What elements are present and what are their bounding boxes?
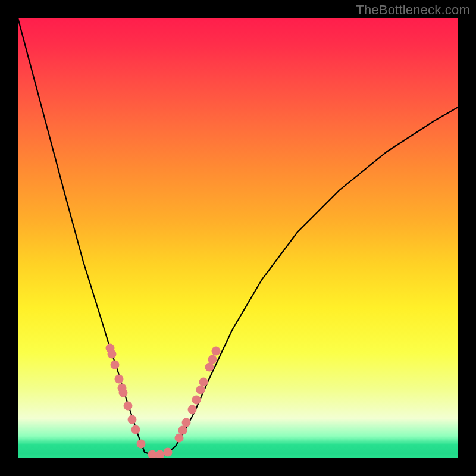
v-curve xyxy=(18,18,458,455)
curve-layer xyxy=(18,18,458,458)
marker-dot xyxy=(182,418,191,427)
marker-dot xyxy=(212,347,221,356)
marker-dot xyxy=(131,425,140,434)
marker-dot xyxy=(124,402,133,411)
marker-dot xyxy=(115,375,124,384)
chart-container: TheBottleneck.com xyxy=(0,0,476,476)
marker-dot xyxy=(137,440,146,449)
marker-dot xyxy=(164,448,173,457)
marker-cluster-left xyxy=(106,344,173,459)
marker-dot xyxy=(128,415,137,424)
plot-area xyxy=(18,18,458,458)
marker-dot xyxy=(108,350,117,359)
marker-dot xyxy=(192,396,201,405)
marker-dot xyxy=(148,450,157,459)
marker-cluster-right xyxy=(175,347,221,443)
marker-dot xyxy=(199,378,208,387)
marker-dot xyxy=(188,405,197,414)
marker-dot xyxy=(178,426,187,435)
watermark-text: TheBottleneck.com xyxy=(356,2,470,18)
marker-dot xyxy=(196,386,205,394)
marker-dot xyxy=(156,450,165,459)
marker-dot xyxy=(205,363,214,372)
marker-dot xyxy=(175,434,184,443)
marker-dot xyxy=(208,355,217,364)
marker-dot xyxy=(111,361,120,369)
marker-dot xyxy=(119,389,128,397)
